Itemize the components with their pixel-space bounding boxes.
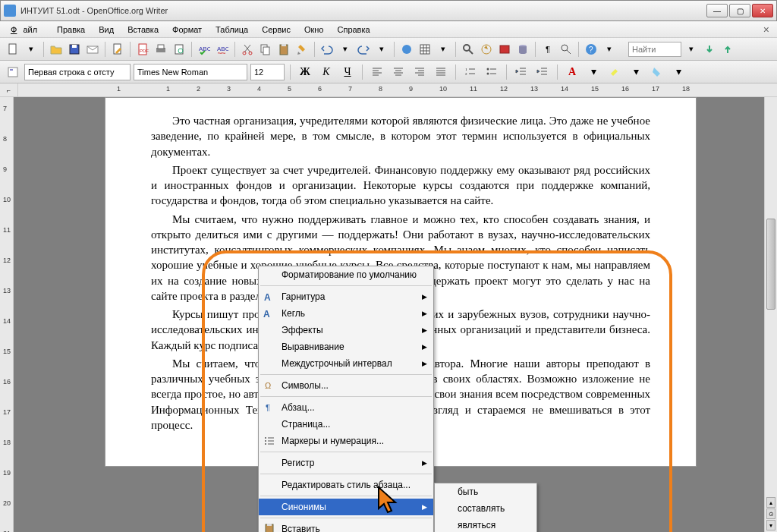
- redo-button[interactable]: [355, 41, 372, 58]
- bgcolor-button[interactable]: [648, 64, 666, 80]
- paste-button[interactable]: [275, 41, 292, 58]
- highlight-dropdown[interactable]: ▾: [627, 64, 645, 80]
- scroll-thumb[interactable]: [766, 219, 775, 310]
- print-button[interactable]: [153, 41, 169, 58]
- help-button[interactable]: ?: [583, 41, 599, 58]
- menu-format[interactable]: Формат: [166, 24, 208, 36]
- vertical-scrollbar[interactable]: ▴ ⊙ ▾: [764, 97, 777, 532]
- menu-service[interactable]: Сервис: [256, 24, 297, 36]
- format-brush-button[interactable]: [294, 41, 310, 58]
- ctx-size[interactable]: AКегль▶: [259, 305, 433, 322]
- undo-button[interactable]: [319, 41, 335, 58]
- increase-indent-button[interactable]: [533, 64, 552, 80]
- email-button[interactable]: [84, 41, 101, 58]
- find-button[interactable]: [460, 41, 477, 58]
- search-dropdown[interactable]: ▾: [683, 41, 700, 58]
- bold-button[interactable]: Ж: [296, 64, 314, 80]
- menu-insert[interactable]: Вставка: [121, 24, 165, 36]
- font-name-combo[interactable]: [134, 64, 247, 80]
- save-button[interactable]: [66, 41, 83, 58]
- styles-window-button[interactable]: [5, 64, 21, 80]
- nonprinting-button[interactable]: ¶: [539, 41, 556, 58]
- synonym-item[interactable]: являться: [435, 517, 536, 532]
- font-color-dropdown[interactable]: ▾: [584, 64, 602, 80]
- font-size-combo[interactable]: [250, 64, 285, 80]
- toolbar-more[interactable]: ▾: [601, 41, 618, 58]
- italic-button[interactable]: К: [317, 64, 335, 80]
- redo-dropdown[interactable]: ▾: [373, 41, 390, 58]
- synonym-item[interactable]: составлять: [435, 500, 536, 517]
- preview-button[interactable]: [171, 41, 187, 58]
- maximize-button[interactable]: ▢: [729, 4, 750, 17]
- svg-text:PDF: PDF: [140, 49, 149, 53]
- new-doc-button[interactable]: [5, 41, 21, 58]
- ctx-symbols[interactable]: ΩСимволы...: [259, 377, 433, 394]
- search-input[interactable]: [628, 42, 681, 57]
- table-button[interactable]: [417, 41, 433, 58]
- ctx-synonyms[interactable]: Синонимы▶: [259, 499, 433, 515]
- font-color-button[interactable]: A: [563, 64, 581, 80]
- align-center-button[interactable]: [389, 64, 407, 80]
- svg-point-25: [562, 45, 568, 51]
- paragraph-style-combo[interactable]: [24, 64, 131, 80]
- svg-point-21: [464, 45, 470, 51]
- zoom-button[interactable]: [558, 41, 574, 58]
- synonym-item[interactable]: быть: [435, 483, 536, 500]
- autospell-button[interactable]: ABC: [214, 41, 231, 58]
- new-dropdown[interactable]: ▾: [23, 41, 39, 58]
- menu-help[interactable]: Справка: [331, 24, 376, 36]
- align-left-button[interactable]: [368, 64, 386, 80]
- ctx-align[interactable]: Выравнивание▶: [259, 338, 433, 355]
- highlight-button[interactable]: [606, 64, 624, 80]
- menubar: Файл Правка Вид Вставка Формат Таблица С…: [0, 21, 777, 38]
- export-pdf-button[interactable]: PDF: [134, 41, 151, 58]
- minimize-button[interactable]: ―: [706, 4, 728, 17]
- align-justify-button[interactable]: [432, 64, 450, 80]
- ctx-paste[interactable]: Вставить: [259, 521, 433, 532]
- paragraph[interactable]: Проект существует за счет учредителей. Ф…: [151, 162, 650, 209]
- bullet-list-button[interactable]: [483, 64, 501, 80]
- close-document-button[interactable]: ×: [760, 24, 772, 36]
- nav-circle-button[interactable]: ⊙: [766, 508, 775, 519]
- menu-edit[interactable]: Правка: [51, 24, 91, 36]
- svg-text:2: 2: [465, 72, 467, 76]
- ctx-edit-style[interactable]: Редактировать стиль абзаца...: [259, 477, 433, 493]
- menu-view[interactable]: Вид: [93, 24, 120, 36]
- search-down-button[interactable]: [701, 41, 718, 58]
- horizontal-ruler[interactable]: 1 1 2 3 4 5 6 7 8 9 10 11 12 13 14 15 16…: [18, 83, 777, 97]
- search-up-button[interactable]: [719, 41, 736, 58]
- ctx-case[interactable]: Регистр▶: [259, 455, 433, 471]
- navigator-button[interactable]: [478, 41, 495, 58]
- ctx-paragraph[interactable]: ¶Абзац...: [259, 399, 433, 416]
- cut-button[interactable]: [239, 41, 256, 58]
- svg-text:ABC: ABC: [217, 46, 228, 52]
- undo-dropdown[interactable]: ▾: [337, 41, 354, 58]
- datasources-button[interactable]: [514, 41, 531, 58]
- edit-doc-button[interactable]: [109, 41, 126, 58]
- underline-button[interactable]: Ч: [338, 64, 357, 80]
- ctx-default-format[interactable]: Форматирование по умолчанию: [259, 266, 433, 283]
- bgcolor-dropdown[interactable]: ▾: [669, 64, 687, 80]
- next-page-button[interactable]: ▾: [766, 520, 775, 530]
- ctx-bullets[interactable]: Маркеры и нумерация...: [259, 433, 433, 449]
- table-dropdown[interactable]: ▾: [435, 41, 451, 58]
- hyperlink-button[interactable]: [398, 41, 415, 58]
- close-button[interactable]: ✕: [752, 4, 773, 17]
- vertical-ruler[interactable]: 7 8 9 10 11 12 13 14 15 16 17 18 19 20 2…: [0, 97, 14, 532]
- paragraph[interactable]: Это частная организация, учредителями ко…: [151, 113, 650, 159]
- ctx-linespace[interactable]: Междустрочный интервал▶: [259, 355, 433, 372]
- ctx-page[interactable]: Страница...: [259, 416, 433, 433]
- align-right-button[interactable]: [411, 64, 429, 80]
- open-button[interactable]: [48, 41, 64, 58]
- menu-window[interactable]: Окно: [298, 24, 330, 36]
- prev-page-button[interactable]: ▴: [766, 497, 775, 508]
- ctx-effects[interactable]: Эффекты▶: [259, 322, 433, 338]
- spellcheck-button[interactable]: ABC: [196, 41, 212, 58]
- menu-table[interactable]: Таблица: [209, 24, 254, 36]
- gallery-button[interactable]: [496, 41, 513, 58]
- numbered-list-button[interactable]: 12: [461, 64, 480, 80]
- copy-button[interactable]: [257, 41, 274, 58]
- decrease-indent-button[interactable]: [512, 64, 530, 80]
- menu-file[interactable]: Файл: [5, 24, 49, 36]
- ctx-font[interactable]: AГарнитура▶: [259, 288, 433, 305]
